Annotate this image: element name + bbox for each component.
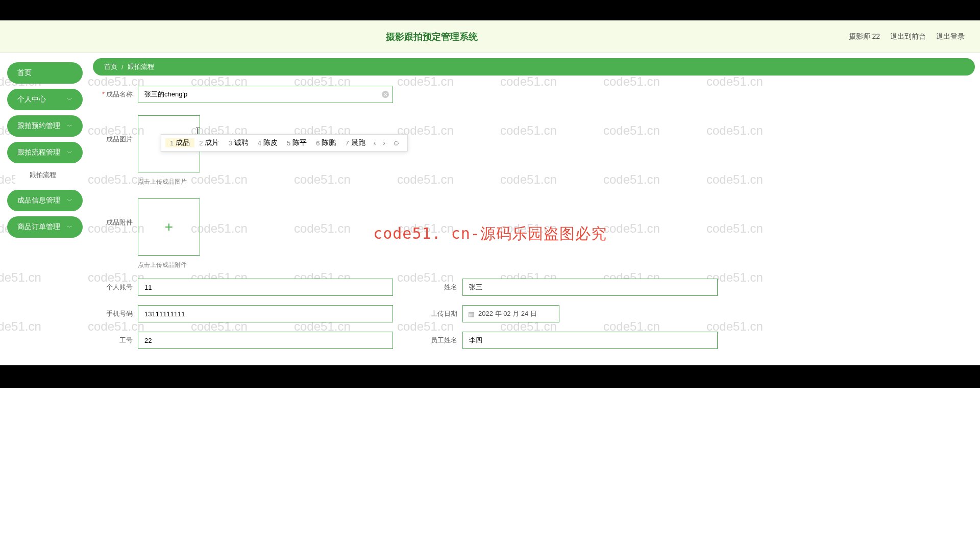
- ime-next-icon[interactable]: ›: [379, 139, 389, 147]
- sidebar-subitem-process[interactable]: 跟拍流程: [15, 165, 80, 185]
- account-input[interactable]: [138, 279, 393, 296]
- label-empno: 工号: [99, 336, 133, 345]
- header-logout[interactable]: 退出登录: [936, 32, 965, 41]
- header-user[interactable]: 摄影师 22: [849, 32, 880, 41]
- breadcrumb-sep: /: [121, 63, 124, 71]
- date-value: 2022 年 02 月 24 日: [478, 309, 537, 318]
- sidebar-item-label: 个人中心: [17, 95, 46, 104]
- chevron-down-icon: ﹀: [67, 96, 72, 104]
- empno-input[interactable]: [138, 332, 393, 349]
- top-black-bar: [0, 0, 980, 20]
- breadcrumb-home[interactable]: 首页: [104, 62, 117, 71]
- phone-input[interactable]: [138, 305, 393, 322]
- label-attach: 成品附件: [99, 195, 133, 227]
- sidebar-item-product[interactable]: 成品信息管理 ﹀: [7, 190, 83, 211]
- date-input[interactable]: ▦ 2022 年 02 月 24 日: [462, 305, 559, 322]
- sidebar-item-home[interactable]: 首页: [7, 62, 83, 84]
- sidebar-item-order[interactable]: 商品订单管理 ﹀: [7, 216, 83, 238]
- label-image: 成品图片: [99, 112, 133, 144]
- ime-emoji-icon[interactable]: ☺: [389, 139, 403, 147]
- header-bar: 摄影跟拍预定管理系统 摄影师 22 退出到前台 退出登录: [0, 20, 980, 53]
- clear-input-icon[interactable]: ✕: [382, 91, 389, 98]
- chevron-down-icon: ﹀: [67, 223, 72, 231]
- upload-attach-hint: 点击上传成品附件: [138, 261, 200, 269]
- ime-candidate[interactable]: 6陈鹏: [311, 138, 340, 147]
- ime-candidate[interactable]: 2成片: [194, 138, 224, 147]
- calendar-icon: ▦: [468, 310, 474, 318]
- label-account: 个人账号: [99, 283, 133, 292]
- ime-candidate[interactable]: 3诚聘: [224, 138, 253, 147]
- form-container: 成品名称 ✕ 成品图片 + 点击上传成品图片: [93, 84, 975, 360]
- ime-candidate[interactable]: 1成品: [165, 138, 194, 147]
- ime-candidate-panel[interactable]: 1成品2成片3诚聘4陈皮5陈平6陈鹏7晨跑 ‹ › ☺: [161, 134, 408, 152]
- sidebar-item-label: 成品信息管理: [17, 196, 60, 205]
- empname-input[interactable]: [462, 332, 718, 349]
- breadcrumb: 首页 / 跟拍流程: [93, 58, 975, 76]
- sidebar-subitem-label: 跟拍流程: [30, 171, 56, 179]
- product-name-input[interactable]: [138, 86, 393, 103]
- breadcrumb-current: 跟拍流程: [128, 62, 154, 71]
- ime-candidate[interactable]: 5陈平: [282, 138, 311, 147]
- chevron-down-icon: ﹀: [67, 197, 72, 205]
- chevron-down-icon: ﹀: [67, 149, 72, 157]
- label-date: 上传日期: [424, 309, 457, 318]
- ime-candidate[interactable]: 4陈皮: [253, 138, 282, 147]
- app-title: 摄影跟拍预定管理系统: [15, 31, 849, 43]
- sidebar-item-reserve[interactable]: 跟拍预约管理 ﹀: [7, 115, 83, 137]
- upload-image-hint: 点击上传成品图片: [138, 178, 200, 186]
- label-empname: 员工姓名: [424, 336, 457, 345]
- label-product-name: 成品名称: [99, 90, 133, 99]
- sidebar-item-label: 跟拍预约管理: [17, 121, 60, 131]
- upload-attach-box[interactable]: +: [138, 198, 200, 256]
- sidebar-item-process[interactable]: 跟拍流程管理 ﹀: [7, 142, 83, 163]
- sidebar-item-label: 首页: [17, 68, 32, 78]
- bottom-black-bar: [0, 365, 980, 388]
- sidebar-item-label: 商品订单管理: [17, 222, 60, 232]
- chevron-down-icon: ﹀: [67, 122, 72, 130]
- header-logout-front[interactable]: 退出到前台: [890, 32, 926, 41]
- ime-candidate[interactable]: 7晨跑: [340, 138, 370, 147]
- label-phone: 手机号码: [99, 309, 133, 318]
- ime-prev-icon[interactable]: ‹: [370, 139, 380, 147]
- sidebar: 首页 个人中心 ﹀ 跟拍预约管理 ﹀ 跟拍流程管理 ﹀ 跟拍流程 成品信息管理 …: [5, 58, 87, 360]
- sidebar-item-personal[interactable]: 个人中心 ﹀: [7, 89, 83, 110]
- name-input[interactable]: [462, 279, 718, 296]
- label-name: 姓名: [424, 283, 457, 292]
- plus-icon: +: [165, 219, 173, 235]
- sidebar-item-label: 跟拍流程管理: [17, 148, 60, 157]
